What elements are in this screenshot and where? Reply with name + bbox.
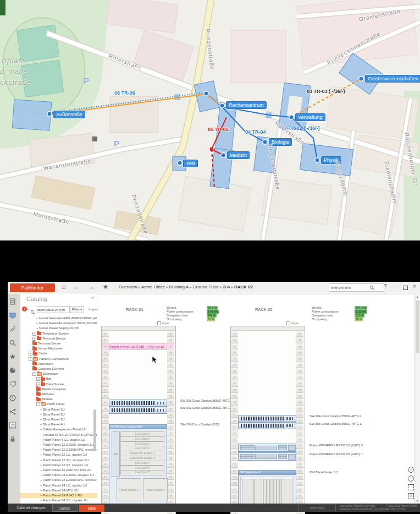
rack-unit-cell: 19 — [296, 474, 303, 480]
rack-unit-cell: 19 — [167, 474, 174, 480]
blade-module[interactable] — [242, 479, 254, 504]
map-node-physik[interactable] — [315, 158, 319, 162]
server-bay — [240, 447, 255, 450]
rack-unit-cell: 23 — [167, 449, 174, 455]
rack-unit-cell: 41 — [167, 337, 174, 343]
help-button[interactable]: ? — [382, 283, 389, 289]
rack-unit-cell: 18 — [231, 480, 238, 486]
rack-unit-cell: 42 — [231, 331, 238, 337]
map-node-x[interactable] — [204, 91, 208, 96]
map-node-medizin[interactable] — [221, 153, 225, 157]
rack-unit-cell: 22 — [102, 455, 109, 461]
rack-unit-cell: 41 — [231, 337, 238, 343]
scroll-up-icon[interactable]: ▲ — [415, 295, 420, 298]
rack-unit-cell: 26 — [231, 430, 238, 436]
parking-icon: P — [84, 76, 89, 85]
pathfinder-button[interactable]: Pathfinder — [10, 283, 55, 292]
device-switch[interactable] — [238, 415, 296, 422]
building-shape-x[interactable] — [194, 81, 219, 112]
building-badge-verwaltung[interactable]: Verwaltung — [295, 113, 325, 121]
rack-unit-cell: 26 — [296, 430, 303, 436]
server-bay — [240, 456, 255, 459]
breadcrumb-item-ground-floor[interactable]: Ground Floor — [193, 285, 219, 289]
building-badge-medizin[interactable]: Medizin — [227, 151, 250, 159]
maximize-button[interactable] — [403, 286, 408, 290]
blade-chassis-header: IBM BladeCenter S — [239, 471, 296, 475]
blade-module[interactable] — [254, 479, 262, 504]
building-shape-au-enstelle[interactable] — [12, 100, 51, 131]
device-label-fujitsu-primergy-rx200-s3-2xpc-7: Fujitsu PRIMERGY RX200 S3 (2xPC) 7 — [310, 452, 363, 456]
map-node-biologie[interactable] — [263, 140, 267, 144]
rack-unit-cell: 16 — [167, 493, 174, 499]
rack-unit-cell: 42 — [167, 331, 174, 337]
map-node-test[interactable] — [178, 161, 182, 165]
rack-unit-cell: 29 — [102, 412, 109, 418]
minimize-button[interactable]: – — [391, 283, 399, 289]
map-node-au-enstelle[interactable] — [47, 112, 52, 116]
scrollbar-thumb[interactable] — [416, 300, 419, 353]
chassis-psu-1[interactable]: Power Supply 1 — [117, 478, 141, 501]
layer-selector[interactable]: layer — [157, 321, 169, 325]
breadcrumb-item-acme-office[interactable]: Acme Office — [141, 285, 165, 289]
rack-unit-cell: 27 — [296, 424, 303, 430]
rack-unit-cell: 37 — [296, 362, 303, 368]
rack-frame-rack-01[interactable]: 4242414140403939383837373636353534343333… — [101, 326, 176, 514]
home-icon[interactable]: ⌂ — [59, 283, 68, 291]
favorites-icon[interactable]: ★ — [101, 283, 110, 291]
rack-frame-rack-02[interactable]: 4242414140403939383837373636353534343333… — [230, 326, 305, 514]
forward-icon[interactable]: → — [87, 283, 96, 291]
rack-unit-cell: 28 — [167, 418, 174, 424]
rack-unit-cell: 25 — [102, 436, 109, 442]
back-icon[interactable]: ← — [73, 283, 81, 291]
device-blade-chassis[interactable]: IBM BladeCenter S — [238, 470, 296, 508]
stat-badge-weight: 104.3 kg — [355, 306, 367, 310]
map-node-verwaltung[interactable] — [289, 115, 294, 119]
device-switch[interactable] — [109, 400, 167, 407]
drop-here-target[interactable]: Drop here — [299, 505, 336, 511]
device-label-sw-300-cisco-catalyst-6509: SW-300-Cisco Catalyst 6509 — [180, 423, 219, 426]
rack-unit-cell: 36 — [102, 368, 109, 374]
rack-unit-cell: 38 — [102, 356, 109, 362]
fit-frame-glyph — [408, 484, 414, 490]
rack-unit-cell: 27 — [102, 424, 109, 430]
area-label: d -halle — [0, 67, 28, 75]
zoom-out-glyph: − — [408, 475, 414, 482]
layer-selector[interactable]: layer — [286, 321, 299, 325]
building-badge-au-enstelle[interactable]: Außenstelle — [53, 111, 85, 118]
scroll-down-icon[interactable]: ▼ — [415, 499, 420, 502]
map[interactable]: 06 TR-0603 TR-03 ( -/36/-)02 TR-02 ( -/3… — [0, 0, 420, 240]
edge-label-06-tr-06: 06 TR-06 — [114, 90, 135, 96]
copyright-line-2: v5.7.2011 (27.96) — [386, 508, 405, 511]
stat-label: Dissipation loss: — [312, 314, 334, 317]
building-badge-test[interactable]: Test — [183, 160, 198, 167]
breadcrumb-item-overview[interactable]: Overview — [119, 285, 137, 289]
device-server[interactable] — [238, 452, 296, 461]
device-switch[interactable] — [109, 407, 167, 414]
breadcrumb-separator-icon: ▸ — [137, 285, 141, 289]
chassis-slot-line-card-7[interactable]: Line Card 7 — [120, 470, 164, 475]
save-button[interactable]: Save — [79, 505, 104, 512]
rack-unit-cell: 39 — [231, 349, 238, 356]
device-chassis-6509[interactable]: SW-300-Cisco Catalyst 6509FanLine Card 1… — [109, 424, 167, 504]
main-scrollbar[interactable]: ▲ ▼ — [414, 294, 420, 504]
close-button[interactable]: × — [411, 283, 418, 289]
map-node-geisteswissenschaften[interactable] — [359, 76, 363, 81]
blade-module[interactable] — [281, 479, 292, 504]
breadcrumb-item-rack-02[interactable]: RACK 02 — [234, 285, 253, 289]
search-icon[interactable] — [367, 284, 376, 292]
rack-unit-cell: 23 — [231, 449, 238, 455]
rack-unit-cell: 17 — [296, 486, 303, 493]
building-badge-geisteswissenschaften[interactable]: Geisteswissenschaften — [365, 75, 420, 83]
chassis-psu-2[interactable]: Power Supply 2 — [143, 478, 168, 501]
cancel-button[interactable]: Cancel — [52, 505, 78, 512]
device-switch[interactable] — [238, 422, 296, 429]
breadcrumb-item-building-a[interactable]: Building A — [169, 285, 189, 289]
rack-unit-cell: 22 — [296, 455, 303, 461]
building-badge-rechenzentrum[interactable]: Rechenzentrum — [226, 101, 267, 109]
rack-unit-cell: 33 — [167, 387, 174, 393]
device-server[interactable] — [238, 444, 296, 452]
breadcrumb-item-004[interactable]: 004 — [223, 285, 230, 289]
map-node-rechenzentrum[interactable] — [220, 103, 224, 108]
edge-label-03-tr-03-36: 03 TR-03 ( -/36/-) — [307, 89, 345, 94]
rack-unit-cell: 28 — [231, 418, 238, 424]
